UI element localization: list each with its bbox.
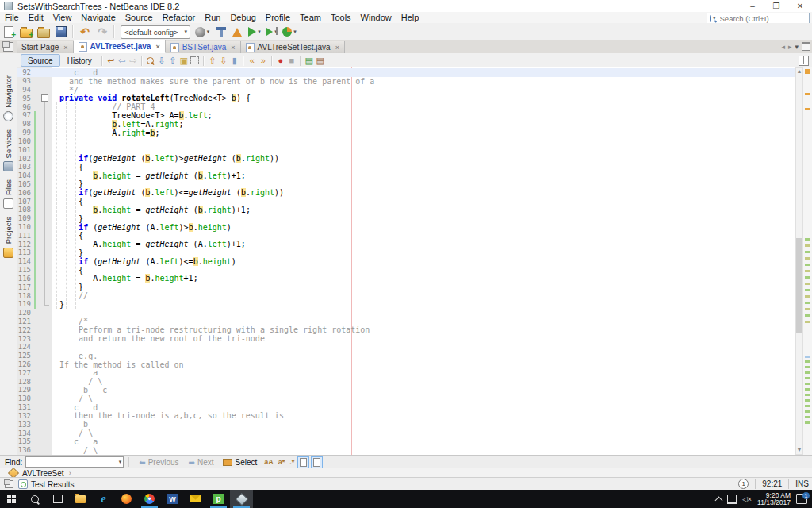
record-macro-icon[interactable]: ●	[275, 55, 286, 66]
stripe-mark[interactable]	[805, 371, 810, 374]
match-case-icon[interactable]: aA	[264, 458, 274, 466]
line-number[interactable]: 121	[17, 318, 34, 325]
stripe-mark[interactable]	[805, 289, 810, 291]
code-line[interactable]: 95 private void rotateLeft(TreeNode<T> b…	[17, 94, 795, 102]
split-editor-icon[interactable]	[799, 56, 809, 66]
sidebar-tab-navigator[interactable]: Navigator	[3, 75, 13, 121]
code-line[interactable]: 132 then the tri-node is a,b,c, so the r…	[17, 412, 795, 421]
source-view-button[interactable]: Source	[21, 54, 60, 67]
line-number[interactable]: 116	[17, 275, 34, 283]
sidebar-tab-files[interactable]: Files	[3, 179, 13, 209]
taskbar-search[interactable]	[23, 490, 46, 508]
new-project-icon[interactable]: +	[17, 25, 35, 39]
code-line[interactable]: 103 {	[17, 163, 795, 171]
code-line[interactable]: 118 //	[17, 291, 795, 300]
find-selection-icon[interactable]	[145, 55, 156, 66]
close-tab-icon[interactable]: ×	[335, 44, 339, 52]
line-number[interactable]: 115	[17, 266, 34, 274]
line-number[interactable]: 92	[17, 68, 34, 76]
line-number[interactable]: 113	[17, 248, 34, 256]
stripe-mark[interactable]	[805, 108, 810, 110]
code-line[interactable]: 130 / \	[17, 394, 795, 403]
restore-button[interactable]: ❐	[764, 0, 788, 12]
code-line[interactable]: 93 and the method makes sure the parent …	[17, 77, 795, 86]
stripe-mark[interactable]	[805, 399, 810, 402]
code-line[interactable]: 136 / \	[17, 446, 795, 455]
code-editor[interactable]: 92 c d93 and the method makes sure the p…	[17, 67, 795, 455]
stripe-mark[interactable]	[805, 251, 810, 253]
undo-icon[interactable]: ↶	[76, 25, 94, 39]
taskbar-file-explorer[interactable]	[69, 490, 92, 508]
taskbar-chrome[interactable]	[138, 490, 161, 508]
line-number[interactable]: 93	[17, 77, 34, 85]
stripe-mark[interactable]	[805, 356, 810, 358]
code-line[interactable]: 109 }	[17, 214, 795, 223]
deploy-icon[interactable]: ▾	[193, 25, 211, 39]
close-tab-icon[interactable]: ×	[231, 44, 235, 52]
code-line[interactable]: 135 c a	[17, 437, 795, 446]
open-project-icon[interactable]	[35, 25, 52, 39]
code-line[interactable]: 100	[17, 137, 795, 146]
line-number[interactable]: 95	[17, 94, 34, 102]
close-tab-icon[interactable]: ×	[63, 44, 67, 52]
history-view-button[interactable]: History	[60, 54, 99, 67]
sidebar-tab-services[interactable]: Services	[3, 129, 13, 171]
dock-panel-icon[interactable]	[5, 480, 13, 488]
line-number[interactable]: 101	[17, 146, 34, 154]
stripe-mark[interactable]	[805, 321, 810, 323]
project-configuration-select[interactable]: <default config> ▾	[121, 25, 190, 39]
stripe-mark[interactable]	[805, 283, 810, 285]
code-line[interactable]: 116 A.height = b.height+1;	[17, 275, 795, 283]
build-project-icon[interactable]	[211, 25, 228, 39]
stripe-mark[interactable]	[805, 314, 810, 317]
stripe-mark[interactable]	[805, 264, 810, 266]
whole-words-icon[interactable]: a*	[278, 458, 285, 466]
scrollbar-thumb[interactable]	[796, 238, 802, 333]
line-number[interactable]: 130	[17, 394, 34, 402]
line-number[interactable]: 127	[17, 369, 34, 377]
code-line[interactable]: 98 b.left=A.right;	[17, 120, 795, 129]
stripe-mark[interactable]	[805, 421, 810, 424]
taskbar-start[interactable]	[0, 490, 23, 508]
code-line[interactable]: 117 }	[17, 283, 795, 291]
line-number[interactable]: 102	[17, 155, 34, 163]
find-previous-button[interactable]: ⬅Previous	[139, 458, 178, 467]
taskbar-netbeans[interactable]	[230, 490, 253, 508]
menu-profile[interactable]: Profile	[261, 13, 295, 22]
code-line[interactable]: 121 /*	[17, 318, 795, 326]
menu-debug[interactable]: Debug	[225, 13, 260, 22]
line-number[interactable]: 114	[17, 257, 34, 265]
line-number[interactable]: 99	[17, 129, 34, 137]
menu-help[interactable]: Help	[396, 13, 424, 22]
taskbar-mail[interactable]	[184, 490, 207, 508]
code-line[interactable]: 126 If the method is called on	[17, 360, 795, 369]
code-line[interactable]: 120	[17, 309, 795, 318]
scroll-down-icon[interactable]: ▼	[796, 447, 802, 452]
menu-run[interactable]: Run	[200, 13, 225, 22]
code-line[interactable]: 111 {	[17, 231, 795, 240]
line-number[interactable]: 132	[17, 412, 34, 420]
menu-tools[interactable]: Tools	[326, 13, 356, 22]
menu-source[interactable]: Source	[121, 13, 158, 22]
hidden-icons-chevron[interactable]	[714, 496, 722, 504]
scroll-tabs-right-icon[interactable]: ▸	[788, 43, 792, 51]
stripe-mark[interactable]	[805, 308, 810, 310]
stripe-mark[interactable]	[805, 405, 810, 407]
code-line[interactable]: 101	[17, 145, 795, 154]
line-number[interactable]: 134	[17, 429, 34, 437]
volume-muted-icon[interactable]: ◁×	[742, 495, 752, 503]
line-number[interactable]: 133	[17, 421, 34, 429]
stripe-mark[interactable]	[805, 69, 810, 74]
code-line[interactable]: 124	[17, 343, 795, 352]
find-input[interactable]: ▾	[25, 456, 124, 468]
line-number[interactable]: 108	[17, 206, 34, 214]
line-number[interactable]: 122	[17, 326, 34, 334]
clean-and-build-icon[interactable]	[228, 25, 246, 39]
menu-view[interactable]: View	[48, 13, 77, 22]
stripe-mark[interactable]	[805, 360, 810, 363]
action-center-icon[interactable]: 1	[796, 494, 807, 504]
code-line[interactable]: 105 }	[17, 180, 795, 189]
stripe-mark[interactable]	[805, 276, 810, 279]
scroll-up-icon[interactable]: ▲	[796, 68, 802, 74]
notifications-icon[interactable]: 1	[738, 479, 749, 489]
